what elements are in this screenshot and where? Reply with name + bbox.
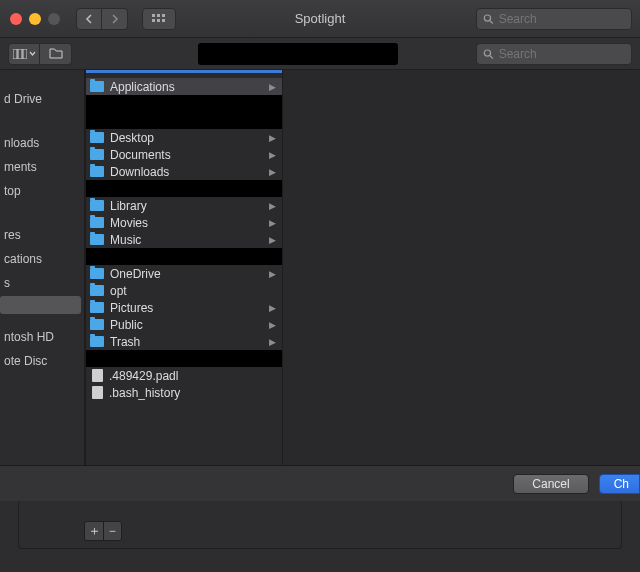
redacted-row [86, 180, 282, 197]
sidebar-item[interactable]: d Drive [0, 88, 84, 110]
file-column[interactable]: Applications▶Desktop▶Documents▶Downloads… [85, 70, 283, 465]
item-label: OneDrive [110, 267, 269, 281]
folder-icon [90, 285, 104, 296]
grid-view-button[interactable] [142, 8, 176, 30]
svg-rect-8 [13, 49, 17, 59]
add-remove-group: ＋ － [84, 521, 122, 541]
svg-line-12 [490, 55, 493, 58]
spotlight-prefs-lower: ＋ － Keyboard Shortcuts... About Search &… [0, 501, 640, 572]
path-redacted [198, 43, 398, 65]
file-row[interactable]: .bash_history [86, 384, 282, 401]
svg-rect-4 [157, 19, 160, 22]
choose-button[interactable]: Ch [599, 474, 640, 494]
item-label: Movies [110, 216, 269, 230]
zoom-window-button[interactable] [48, 13, 60, 25]
svg-rect-10 [23, 49, 27, 59]
view-segment [8, 43, 72, 65]
minimize-window-button[interactable] [29, 13, 41, 25]
column-browser: Applications▶Desktop▶Documents▶Downloads… [85, 70, 640, 465]
item-label: Library [110, 199, 269, 213]
svg-rect-2 [162, 14, 165, 17]
titlebar-search-input[interactable] [499, 12, 625, 26]
file-row[interactable]: .489429.padl [86, 367, 282, 384]
file-icon [92, 386, 103, 399]
sidebar-item[interactable]: res [0, 224, 84, 246]
sidebar-item[interactable]: ote Disc [0, 350, 84, 372]
svg-rect-3 [152, 19, 155, 22]
chevron-right-icon: ▶ [269, 133, 276, 143]
redacted-row [86, 95, 282, 129]
item-label: Desktop [110, 131, 269, 145]
folder-row[interactable]: opt [86, 282, 282, 299]
close-window-button[interactable] [10, 13, 22, 25]
chevron-right-icon: ▶ [269, 337, 276, 347]
folder-row[interactable]: Library▶ [86, 197, 282, 214]
dialog-search[interactable] [476, 43, 632, 65]
svg-rect-1 [157, 14, 160, 17]
item-label: Music [110, 233, 269, 247]
folder-icon [90, 132, 104, 143]
file-icon [92, 369, 103, 382]
item-label: Trash [110, 335, 269, 349]
sidebar-item[interactable]: top [0, 180, 84, 202]
svg-point-6 [484, 14, 490, 20]
chevron-right-icon: ▶ [269, 303, 276, 313]
folder-view-button[interactable] [40, 43, 72, 65]
preview-column [283, 70, 640, 465]
add-button[interactable]: ＋ [85, 522, 103, 540]
folder-icon [90, 234, 104, 245]
folder-row[interactable]: Pictures▶ [86, 299, 282, 316]
window-controls [8, 13, 60, 25]
sidebar-item-selected[interactable] [0, 296, 81, 314]
sidebar-item[interactable]: ntosh HD [0, 326, 84, 348]
chevron-right-icon: ▶ [269, 320, 276, 330]
sidebar-item[interactable]: ments [0, 156, 84, 178]
cancel-button[interactable]: Cancel [513, 474, 588, 494]
svg-rect-9 [18, 49, 22, 59]
sidebar: d Drive nloads ments top res cations s n… [0, 70, 85, 465]
folder-icon [90, 336, 104, 347]
item-label: Downloads [110, 165, 269, 179]
folder-row[interactable]: OneDrive▶ [86, 265, 282, 282]
item-label: opt [110, 284, 276, 298]
folder-row[interactable]: Documents▶ [86, 146, 282, 163]
chevron-right-icon: ▶ [269, 218, 276, 228]
folder-icon [90, 166, 104, 177]
item-label: Applications [110, 80, 269, 94]
folder-row[interactable]: Applications▶ [86, 78, 282, 95]
chevron-right-icon: ▶ [269, 235, 276, 245]
dialog-search-input[interactable] [499, 47, 625, 61]
redacted-row [86, 350, 282, 367]
item-label: Documents [110, 148, 269, 162]
sidebar-item[interactable]: s [0, 272, 84, 294]
item-label: Pictures [110, 301, 269, 315]
sidebar-item[interactable]: cations [0, 248, 84, 270]
item-label: .bash_history [109, 386, 276, 400]
search-icon [483, 48, 494, 60]
folder-row[interactable]: Downloads▶ [86, 163, 282, 180]
chevron-right-icon: ▶ [269, 201, 276, 211]
chevron-right-icon: ▶ [269, 269, 276, 279]
svg-line-7 [490, 20, 493, 23]
sidebar-item[interactable]: nloads [0, 132, 84, 154]
titlebar-search[interactable] [476, 8, 632, 30]
folder-row[interactable]: Public▶ [86, 316, 282, 333]
column-view-button[interactable] [8, 43, 40, 65]
folder-icon [90, 81, 104, 92]
chevron-right-icon: ▶ [269, 150, 276, 160]
remove-button[interactable]: － [103, 522, 121, 540]
svg-rect-5 [162, 19, 165, 22]
folder-row[interactable]: Music▶ [86, 231, 282, 248]
folder-row[interactable]: Desktop▶ [86, 129, 282, 146]
titlebar: Spotlight [0, 0, 640, 38]
nav-forward-button[interactable] [102, 8, 128, 30]
svg-point-11 [484, 49, 490, 55]
folder-row[interactable]: Movies▶ [86, 214, 282, 231]
folder-icon [90, 302, 104, 313]
dialog-body: d Drive nloads ments top res cations s n… [0, 70, 640, 465]
nav-back-button[interactable] [76, 8, 102, 30]
chevron-right-icon: ▶ [269, 82, 276, 92]
redacted-row [86, 248, 282, 265]
dialog-button-row: Cancel Ch [0, 465, 640, 501]
folder-row[interactable]: Trash▶ [86, 333, 282, 350]
